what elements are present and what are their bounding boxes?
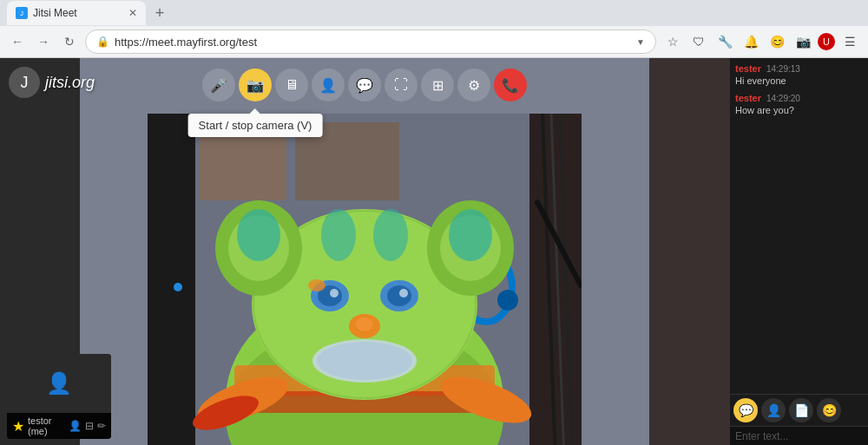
tile-view-button[interactable]: ⊞ xyxy=(421,69,454,101)
jitsi-logo: J jitsi.org xyxy=(9,67,95,98)
camera-button[interactable]: 📷 xyxy=(239,69,272,101)
fullscreen-button[interactable]: ⛶ xyxy=(385,69,418,101)
new-tab-button[interactable]: + xyxy=(149,3,170,23)
refresh-button[interactable]: ↻ xyxy=(59,31,80,52)
notification-icon[interactable]: 🔔 xyxy=(740,30,762,53)
video-area: J jitsi.org 🎤 📷 Start / stop camera (V) … xyxy=(0,58,729,445)
camera-icon: 📷 xyxy=(247,77,264,94)
participant-name: testor (me) xyxy=(28,416,65,436)
svg-point-2 xyxy=(174,283,182,291)
svg-point-33 xyxy=(356,317,373,331)
tab-close-button[interactable]: ✕ xyxy=(128,7,137,19)
url-dropdown-icon[interactable]: ▼ xyxy=(636,37,645,47)
back-button[interactable]: ← xyxy=(7,31,28,52)
active-tab[interactable]: J Jitsi Meet ✕ xyxy=(7,1,146,25)
participant-grid-icon[interactable]: ⊟ xyxy=(85,420,94,432)
chat-msg-1-text: Hi everyone xyxy=(735,75,863,86)
participant-bar: ★ testor (me) 👤 ⊟ ✏ xyxy=(7,413,111,439)
camera-tooltip: Start / stop camera (V) xyxy=(188,114,323,137)
browser-chrome: J Jitsi Meet ✕ + ← → ↻ 🔒 https://meet.ma… xyxy=(0,0,868,58)
settings-icon: ⚙ xyxy=(468,77,480,94)
jitsi-logo-text: jitsi.org xyxy=(45,74,95,92)
url-text: https://meet.mayfirst.org/test xyxy=(115,36,257,49)
chat-messages: tester 14:29:13 Hi everyone tester 14:29… xyxy=(730,58,868,394)
svg-point-27 xyxy=(330,289,339,298)
participants-button[interactable]: 👤 xyxy=(761,398,786,422)
tab-label: Jitsi Meet xyxy=(33,7,77,19)
microphone-icon: 🎤 xyxy=(210,77,227,94)
svg-point-12 xyxy=(497,290,518,311)
jitsi-logo-icon: J xyxy=(9,67,40,98)
chat-msg-1-user: tester xyxy=(735,63,761,74)
screenshot-icon[interactable]: 📷 xyxy=(792,30,814,53)
address-bar: ← → ↻ 🔒 https://meet.mayfirst.org/test ▼… xyxy=(0,26,868,57)
shared-doc-button[interactable]: 📄 xyxy=(789,398,813,422)
extensions-icon[interactable]: 🔧 xyxy=(713,30,736,53)
shield-icon[interactable]: 🛡 xyxy=(687,30,710,53)
svg-point-23 xyxy=(237,209,280,261)
chat-msg-2-time: 14:29:20 xyxy=(766,94,800,103)
participant-thumbnail: 👤 ★ testor (me) 👤 ⊟ ✏ xyxy=(7,354,111,439)
emoji-reaction-button[interactable]: 😊 xyxy=(817,398,841,422)
end-call-icon: 📞 xyxy=(502,77,519,94)
svg-point-24 xyxy=(449,209,492,261)
chat-message-2: tester 14:29:20 How are you? xyxy=(735,93,863,115)
menu-icon[interactable]: ☰ xyxy=(838,30,861,53)
chat-message-1: tester 14:29:13 Hi everyone xyxy=(735,63,863,86)
url-box[interactable]: 🔒 https://meet.mayfirst.org/test ▼ xyxy=(85,29,656,54)
lock-icon: 🔒 xyxy=(96,36,109,48)
bookmark-icon[interactable]: ☆ xyxy=(661,30,684,53)
invite-icon: 👤 xyxy=(319,77,337,94)
fullscreen-icon: ⛶ xyxy=(394,77,408,93)
browser-actions: ☆ 🛡 🔧 🔔 😊 📷 U ☰ xyxy=(661,30,861,53)
chat-msg-2-header: tester 14:29:20 xyxy=(735,93,863,103)
participant-video: 👤 xyxy=(7,354,111,413)
user-icon[interactable]: U xyxy=(818,33,835,50)
svg-point-31 xyxy=(399,289,408,298)
chat-active-button[interactable]: 💬 xyxy=(733,398,758,422)
bottom-panel: 👤 ★ testor (me) 👤 ⊟ ✏ xyxy=(0,347,729,445)
end-call-button[interactable]: 📞 xyxy=(494,69,527,101)
svg-point-28 xyxy=(308,279,326,291)
tile-view-icon: ⊞ xyxy=(432,77,444,94)
forward-button[interactable]: → xyxy=(33,31,54,52)
chat-input-area xyxy=(730,426,868,445)
star-icon: ★ xyxy=(12,418,24,435)
screen-share-button[interactable]: 🖥 xyxy=(275,69,308,101)
participant-person-icon[interactable]: 👤 xyxy=(69,420,82,432)
chat-button[interactable]: 💬 xyxy=(348,69,381,101)
tab-favicon: J xyxy=(16,7,28,19)
camera-tooltip-wrapper: 📷 Start / stop camera (V) xyxy=(239,69,272,101)
svg-point-39 xyxy=(321,209,356,261)
svg-rect-8 xyxy=(200,131,286,200)
screen-share-icon: 🖥 xyxy=(285,77,299,93)
invite-button[interactable]: 👤 xyxy=(312,69,345,101)
chat-icon: 💬 xyxy=(356,77,373,94)
tab-bar: J Jitsi Meet ✕ + xyxy=(0,0,868,26)
main-content: J jitsi.org 🎤 📷 Start / stop camera (V) … xyxy=(0,58,868,445)
chat-msg-2-text: How are you? xyxy=(735,105,863,115)
chat-msg-2-user: tester xyxy=(735,93,761,103)
settings-button[interactable]: ⚙ xyxy=(457,69,490,101)
emoji-icon[interactable]: 😊 xyxy=(766,30,788,53)
microphone-button[interactable]: 🎤 xyxy=(202,69,235,101)
chat-input[interactable] xyxy=(735,430,865,442)
chat-panel: tester 14:29:13 Hi everyone tester 14:29… xyxy=(729,58,868,445)
participant-edit-icon[interactable]: ✏ xyxy=(97,420,106,432)
svg-point-40 xyxy=(373,209,408,261)
tooltip-text: Start / stop camera (V) xyxy=(199,119,312,132)
chat-msg-1-header: tester 14:29:13 xyxy=(735,63,863,74)
svg-point-30 xyxy=(387,285,411,306)
toolbar: 🎤 📷 Start / stop camera (V) 🖥 👤 💬 ⛶ xyxy=(202,69,527,101)
chat-msg-1-time: 14:29:13 xyxy=(766,64,800,74)
